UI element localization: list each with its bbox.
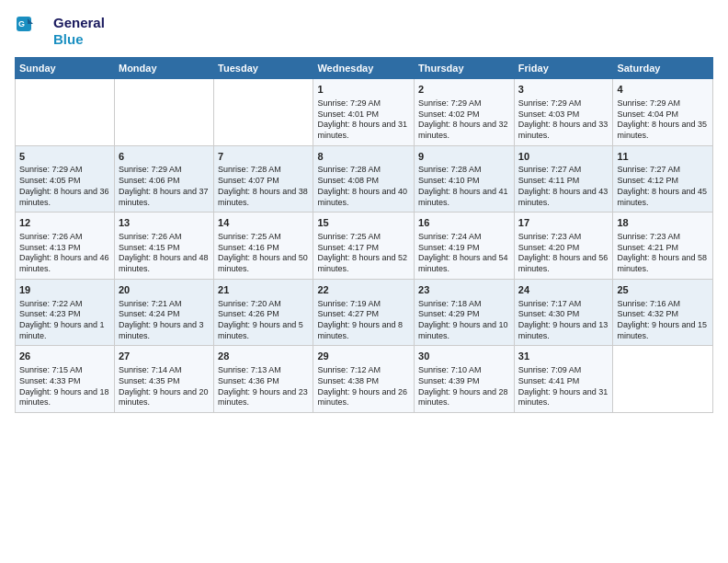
cell-text: Daylight: 9 hours and 1 minute. bbox=[19, 320, 110, 341]
cell-text: Sunset: 4:33 PM bbox=[19, 376, 110, 387]
cell-text: Daylight: 8 hours and 32 minutes. bbox=[418, 120, 510, 141]
calendar-week-4: 19Sunrise: 7:22 AMSunset: 4:23 PMDayligh… bbox=[16, 279, 713, 346]
calendar-cell: 13Sunrise: 7:26 AMSunset: 4:15 PMDayligh… bbox=[114, 213, 213, 280]
cell-text: Sunset: 4:08 PM bbox=[317, 176, 410, 187]
calendar-cell: 20Sunrise: 7:21 AMSunset: 4:24 PMDayligh… bbox=[114, 279, 213, 346]
calendar-cell: 9Sunrise: 7:28 AMSunset: 4:10 PMDaylight… bbox=[415, 145, 515, 213]
day-number: 17 bbox=[518, 216, 609, 230]
calendar-cell: 17Sunrise: 7:23 AMSunset: 4:20 PMDayligh… bbox=[514, 213, 613, 280]
cell-text: Sunset: 4:01 PM bbox=[317, 109, 410, 121]
calendar-cell: 7Sunrise: 7:28 AMSunset: 4:07 PMDaylight… bbox=[214, 145, 313, 213]
cell-text: Daylight: 8 hours and 52 minutes. bbox=[317, 253, 410, 274]
day-number: 19 bbox=[19, 283, 110, 297]
cell-text: Sunrise: 7:29 AM bbox=[518, 98, 609, 109]
cell-text: Daylight: 8 hours and 50 minutes. bbox=[218, 253, 309, 274]
calendar-cell: 29Sunrise: 7:12 AMSunset: 4:38 PMDayligh… bbox=[313, 346, 415, 413]
cell-text: Sunrise: 7:13 AM bbox=[218, 365, 309, 376]
cell-text: Daylight: 9 hours and 5 minutes. bbox=[218, 320, 309, 341]
logo-svg: G bbox=[15, 15, 48, 48]
cell-text: Sunset: 4:19 PM bbox=[418, 243, 510, 254]
calendar-header-row: SundayMondayTuesdayWednesdayThursdayFrid… bbox=[16, 58, 713, 79]
day-number: 14 bbox=[218, 216, 309, 230]
day-number: 31 bbox=[518, 350, 609, 363]
cell-text: Daylight: 9 hours and 18 minutes. bbox=[19, 387, 110, 408]
day-number: 27 bbox=[119, 350, 210, 363]
day-header-monday: Monday bbox=[114, 58, 213, 79]
cell-text: Sunset: 4:03 PM bbox=[518, 109, 609, 121]
day-number: 28 bbox=[218, 350, 309, 363]
cell-text: Sunrise: 7:14 AM bbox=[119, 365, 210, 376]
calendar-cell bbox=[114, 79, 213, 146]
day-number: 29 bbox=[317, 350, 410, 363]
cell-text: Sunrise: 7:10 AM bbox=[418, 365, 510, 376]
cell-text: Daylight: 9 hours and 23 minutes. bbox=[218, 387, 309, 408]
day-number: 6 bbox=[119, 150, 210, 164]
cell-text: Sunrise: 7:23 AM bbox=[617, 232, 709, 243]
cell-text: Sunrise: 7:18 AM bbox=[418, 299, 510, 310]
cell-text: Daylight: 8 hours and 38 minutes. bbox=[218, 187, 309, 208]
calendar-cell: 22Sunrise: 7:19 AMSunset: 4:27 PMDayligh… bbox=[313, 279, 415, 346]
calendar-cell: 27Sunrise: 7:14 AMSunset: 4:35 PMDayligh… bbox=[114, 346, 213, 413]
calendar-cell bbox=[16, 79, 115, 146]
cell-text: Sunrise: 7:28 AM bbox=[218, 165, 309, 176]
cell-text: Sunset: 4:05 PM bbox=[19, 176, 110, 187]
day-number: 10 bbox=[518, 150, 609, 164]
cell-text: Daylight: 8 hours and 40 minutes. bbox=[317, 187, 410, 208]
cell-text: Sunset: 4:23 PM bbox=[19, 309, 110, 320]
calendar-cell bbox=[613, 346, 713, 413]
day-number: 23 bbox=[418, 283, 510, 297]
cell-text: Daylight: 9 hours and 13 minutes. bbox=[518, 320, 609, 341]
cell-text: Sunrise: 7:28 AM bbox=[418, 165, 510, 176]
calendar-cell: 21Sunrise: 7:20 AMSunset: 4:26 PMDayligh… bbox=[214, 279, 313, 346]
cell-text: Sunset: 4:30 PM bbox=[518, 309, 609, 320]
day-number: 13 bbox=[119, 216, 210, 230]
calendar-cell: 23Sunrise: 7:18 AMSunset: 4:29 PMDayligh… bbox=[415, 279, 515, 346]
cell-text: Sunset: 4:02 PM bbox=[418, 109, 510, 121]
cell-text: Daylight: 8 hours and 36 minutes. bbox=[19, 187, 110, 208]
logo-blue: Blue bbox=[53, 31, 105, 48]
cell-text: Daylight: 8 hours and 41 minutes. bbox=[418, 187, 510, 208]
day-number: 12 bbox=[19, 216, 110, 230]
cell-text: Sunset: 4:26 PM bbox=[218, 309, 309, 320]
cell-text: Daylight: 9 hours and 10 minutes. bbox=[418, 320, 510, 341]
svg-text:G: G bbox=[18, 19, 25, 29]
cell-text: Sunset: 4:32 PM bbox=[617, 309, 709, 320]
cell-text: Daylight: 8 hours and 48 minutes. bbox=[119, 253, 210, 274]
cell-text: Daylight: 9 hours and 26 minutes. bbox=[317, 387, 410, 408]
day-number: 15 bbox=[317, 216, 410, 230]
page-header: G General Blue bbox=[15, 15, 713, 48]
cell-text: Sunrise: 7:23 AM bbox=[518, 232, 609, 243]
calendar-week-5: 26Sunrise: 7:15 AMSunset: 4:33 PMDayligh… bbox=[16, 346, 713, 413]
day-number: 18 bbox=[617, 216, 709, 230]
day-header-sunday: Sunday bbox=[16, 58, 115, 79]
calendar-cell: 5Sunrise: 7:29 AMSunset: 4:05 PMDaylight… bbox=[16, 145, 115, 213]
cell-text: Sunrise: 7:29 AM bbox=[617, 98, 709, 109]
cell-text: Sunset: 4:11 PM bbox=[518, 176, 609, 187]
logo-general: General bbox=[53, 15, 105, 31]
day-header-friday: Friday bbox=[514, 58, 613, 79]
calendar-cell: 2Sunrise: 7:29 AMSunset: 4:02 PMDaylight… bbox=[415, 79, 515, 146]
cell-text: Daylight: 9 hours and 28 minutes. bbox=[418, 387, 510, 408]
day-number: 8 bbox=[317, 150, 410, 164]
cell-text: Sunrise: 7:12 AM bbox=[317, 365, 410, 376]
cell-text: Sunset: 4:17 PM bbox=[317, 243, 410, 254]
calendar-cell: 12Sunrise: 7:26 AMSunset: 4:13 PMDayligh… bbox=[16, 213, 115, 280]
day-header-wednesday: Wednesday bbox=[313, 58, 415, 79]
cell-text: Sunset: 4:07 PM bbox=[218, 176, 309, 187]
cell-text: Sunset: 4:16 PM bbox=[218, 243, 309, 254]
cell-text: Daylight: 8 hours and 54 minutes. bbox=[418, 253, 510, 274]
cell-text: Sunset: 4:41 PM bbox=[518, 376, 609, 387]
calendar-cell: 30Sunrise: 7:10 AMSunset: 4:39 PMDayligh… bbox=[415, 346, 515, 413]
calendar-cell: 26Sunrise: 7:15 AMSunset: 4:33 PMDayligh… bbox=[16, 346, 115, 413]
cell-text: Sunrise: 7:26 AM bbox=[19, 232, 110, 243]
cell-text: Daylight: 9 hours and 31 minutes. bbox=[518, 387, 609, 408]
cell-text: Daylight: 9 hours and 8 minutes. bbox=[317, 320, 410, 341]
cell-text: Daylight: 8 hours and 56 minutes. bbox=[518, 253, 609, 274]
calendar-table: SundayMondayTuesdayWednesdayThursdayFrid… bbox=[15, 57, 713, 413]
cell-text: Sunrise: 7:29 AM bbox=[317, 98, 410, 109]
day-number: 30 bbox=[418, 350, 510, 363]
calendar-cell bbox=[214, 79, 313, 146]
cell-text: Sunrise: 7:16 AM bbox=[617, 299, 709, 310]
calendar-cell: 6Sunrise: 7:29 AMSunset: 4:06 PMDaylight… bbox=[114, 145, 213, 213]
calendar-cell: 8Sunrise: 7:28 AMSunset: 4:08 PMDaylight… bbox=[313, 145, 415, 213]
